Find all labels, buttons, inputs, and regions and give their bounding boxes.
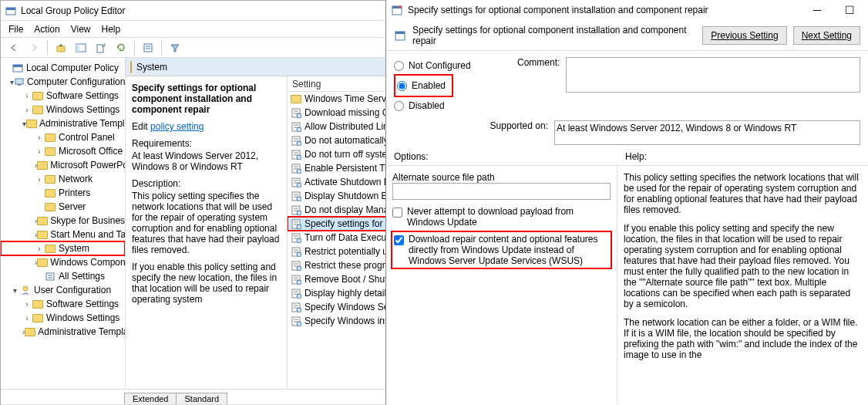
svg-rect-10 bbox=[13, 65, 22, 67]
radio-not-configured[interactable] bbox=[394, 61, 404, 71]
svg-rect-12 bbox=[18, 84, 21, 86]
svg-point-44 bbox=[297, 197, 301, 201]
svg-point-52 bbox=[297, 224, 301, 229]
tree-server[interactable]: Server bbox=[1, 200, 125, 214]
dialog-form: Not Configured Enabled Disabled Comment:… bbox=[386, 51, 868, 166]
chk-wsus[interactable] bbox=[394, 235, 404, 245]
tree-cc-software[interactable]: ›Software Settings bbox=[1, 89, 125, 103]
tree-root[interactable]: Local Computer Policy bbox=[1, 61, 125, 75]
tree-windows-components[interactable]: ›Windows Components bbox=[1, 255, 125, 269]
up-button[interactable] bbox=[52, 40, 69, 56]
user-icon bbox=[19, 285, 32, 295]
tree-control-panel[interactable]: ›Control Panel bbox=[1, 130, 125, 144]
svg-rect-6 bbox=[144, 44, 152, 52]
alt-source-label: Alternate source file path bbox=[392, 172, 611, 183]
tree-network[interactable]: ›Network bbox=[1, 172, 125, 186]
tree-user-config[interactable]: ▾ User Configuration bbox=[1, 283, 125, 297]
svg-point-60 bbox=[297, 252, 301, 257]
folder-icon bbox=[291, 93, 301, 104]
menu-view[interactable]: View bbox=[71, 24, 91, 35]
refresh-button[interactable] bbox=[113, 40, 130, 56]
setting-icon bbox=[291, 177, 301, 187]
menu-file[interactable]: File bbox=[8, 24, 23, 35]
radio-disabled[interactable] bbox=[394, 101, 404, 111]
help-pane: This policy setting specifies the networ… bbox=[617, 166, 868, 404]
setting-icon bbox=[291, 316, 301, 326]
setting-icon bbox=[291, 107, 301, 118]
nav-tree[interactable]: Local Computer Policy ▾ Computer Configu… bbox=[1, 58, 126, 389]
forward-button[interactable] bbox=[25, 40, 42, 56]
setting-icon bbox=[291, 121, 301, 132]
gpedit-title: Local Group Policy Editor bbox=[21, 5, 125, 16]
svg-point-72 bbox=[297, 294, 301, 299]
tree-start-menu[interactable]: ›Start Menu and Taskbar bbox=[1, 228, 125, 241]
svg-point-32 bbox=[297, 155, 301, 160]
svg-point-64 bbox=[297, 266, 301, 271]
supported-label: Supported on: bbox=[394, 120, 548, 131]
svg-rect-2 bbox=[57, 46, 65, 52]
tree-uc-software[interactable]: ›Software Settings bbox=[1, 297, 125, 311]
edit-policy-link[interactable]: policy setting bbox=[150, 121, 204, 132]
previous-setting-button[interactable]: Previous Setting bbox=[702, 26, 786, 45]
tree-ms-powerpoint[interactable]: ›Microsoft PowerPoint bbox=[1, 158, 125, 172]
tree-cc-windows[interactable]: ›Windows Settings bbox=[1, 103, 125, 116]
export-button[interactable] bbox=[93, 40, 109, 56]
policy-icon bbox=[12, 62, 24, 73]
properties-button[interactable] bbox=[140, 40, 156, 56]
radio-enabled-row[interactable]: Enabled bbox=[397, 77, 446, 94]
setting-icon bbox=[291, 163, 301, 174]
menu-help[interactable]: Help bbox=[102, 24, 121, 35]
setting-icon bbox=[291, 260, 301, 271]
chk-wsus-row[interactable]: Download repair content and optional fea… bbox=[392, 232, 611, 268]
radio-disabled-row[interactable]: Disabled bbox=[394, 97, 502, 114]
show-hide-tree-button[interactable] bbox=[72, 40, 89, 56]
filter-button[interactable] bbox=[167, 40, 183, 56]
next-setting-button[interactable]: Next Setting bbox=[793, 26, 860, 45]
tree-all-settings[interactable]: All Settings bbox=[1, 269, 125, 283]
svg-point-36 bbox=[297, 169, 301, 174]
tree-uc-windows[interactable]: ›Windows Settings bbox=[1, 311, 125, 325]
svg-rect-13 bbox=[46, 273, 54, 280]
alt-source-input[interactable] bbox=[392, 183, 611, 200]
computer-icon bbox=[14, 76, 25, 87]
back-button[interactable] bbox=[5, 40, 22, 56]
svg-point-24 bbox=[297, 127, 301, 132]
minimize-button[interactable]: ─ bbox=[803, 1, 831, 19]
tree-skype[interactable]: ›Skype for Business bbox=[1, 214, 125, 228]
chk-never-download-row[interactable]: Never attempt to download payload from W… bbox=[392, 206, 611, 228]
tree-cc-admin[interactable]: ▾Administrative Templates bbox=[1, 116, 125, 130]
svg-point-16 bbox=[23, 286, 28, 291]
tree-ms-office[interactable]: ›Microsoft Office bbox=[1, 144, 125, 158]
setting-icon bbox=[291, 274, 301, 285]
dialog-titlebar[interactable]: Specify settings for optional component … bbox=[386, 0, 868, 20]
dialog-title: Specify settings for optional component … bbox=[408, 5, 708, 15]
dialog-sub-icon bbox=[394, 29, 406, 42]
svg-point-76 bbox=[297, 308, 301, 312]
maximize-button[interactable]: ☐ bbox=[836, 1, 863, 19]
options-pane: Alternate source file path Never attempt… bbox=[386, 166, 617, 404]
menu-action[interactable]: Action bbox=[34, 24, 59, 35]
tree-printers[interactable]: Printers bbox=[1, 186, 125, 200]
description-pane: Specify settings for optional component … bbox=[126, 76, 288, 389]
svg-point-20 bbox=[297, 113, 301, 118]
svg-point-56 bbox=[297, 238, 301, 243]
tab-standard[interactable]: Standard bbox=[176, 393, 227, 404]
gpedit-icon bbox=[5, 5, 16, 16]
setting-icon bbox=[291, 246, 301, 257]
tab-extended[interactable]: Extended bbox=[124, 393, 177, 404]
svg-point-48 bbox=[297, 211, 301, 215]
tree-uc-admin[interactable]: ›Administrative Templates bbox=[1, 325, 125, 339]
help-heading: Help: bbox=[625, 151, 647, 162]
svg-point-28 bbox=[297, 141, 301, 146]
svg-point-40 bbox=[297, 183, 301, 187]
tree-system[interactable]: ›System bbox=[1, 241, 125, 255]
chk-never-download[interactable] bbox=[392, 208, 402, 218]
setting-icon bbox=[291, 302, 301, 312]
setting-icon bbox=[291, 218, 301, 229]
comment-label: Comment: bbox=[517, 57, 560, 93]
svg-rect-11 bbox=[15, 79, 23, 84]
radio-not-configured-row[interactable]: Not Configured bbox=[394, 57, 502, 74]
tree-computer-config[interactable]: ▾ Computer Configuration bbox=[1, 75, 125, 89]
comment-field[interactable] bbox=[566, 57, 860, 93]
radio-enabled[interactable] bbox=[397, 81, 407, 91]
